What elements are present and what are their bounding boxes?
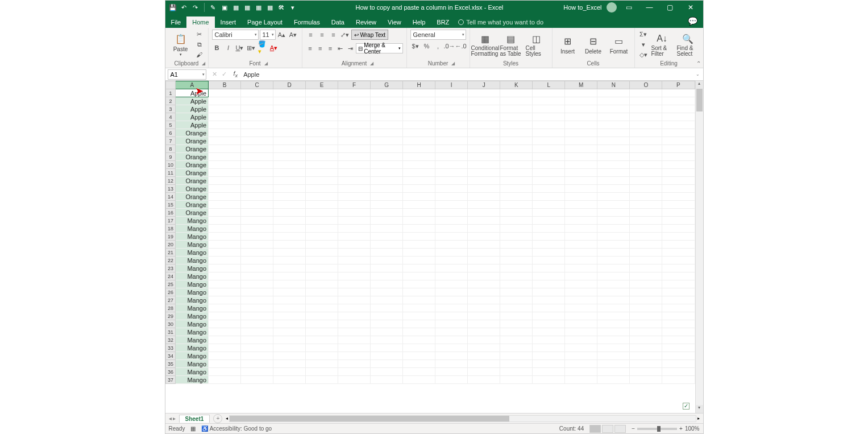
cell-E32[interactable] <box>306 336 338 344</box>
cell-O9[interactable] <box>630 153 662 161</box>
decrease-font-icon[interactable]: A▾ <box>288 30 298 39</box>
cell-L7[interactable] <box>533 137 565 145</box>
scroll-thumb[interactable] <box>696 89 703 111</box>
cell-O26[interactable] <box>630 288 662 296</box>
cell-K1[interactable] <box>500 89 533 97</box>
cell-K19[interactable] <box>500 233 533 241</box>
cell-F21[interactable] <box>338 249 371 257</box>
cell-K33[interactable] <box>500 344 533 352</box>
cell-C15[interactable] <box>241 201 273 209</box>
cell-J6[interactable] <box>468 129 500 137</box>
cell-I20[interactable] <box>435 241 468 249</box>
cell-P2[interactable] <box>662 97 695 105</box>
cell-K14[interactable] <box>500 193 533 201</box>
cell-J31[interactable] <box>468 328 500 336</box>
cell-M6[interactable] <box>565 129 597 137</box>
cell-N34[interactable] <box>597 352 630 360</box>
cell-H28[interactable] <box>403 304 435 312</box>
page-break-view-button[interactable] <box>614 425 626 433</box>
cell-B20[interactable] <box>209 241 241 249</box>
cell-H21[interactable] <box>403 249 435 257</box>
cell-P14[interactable] <box>662 193 695 201</box>
wrap-text-button[interactable]: ↩Wrap Text <box>351 30 389 40</box>
cell-I14[interactable] <box>435 193 468 201</box>
cell-F11[interactable] <box>338 169 371 177</box>
column-header-H[interactable]: H <box>403 81 435 89</box>
new-sheet-button[interactable]: + <box>213 414 222 423</box>
cell-P12[interactable] <box>662 177 695 185</box>
row-header-34[interactable]: 34 <box>165 352 176 360</box>
cell-I10[interactable] <box>435 161 468 169</box>
cell-H17[interactable] <box>403 217 435 225</box>
cell-H33[interactable] <box>403 344 435 352</box>
cell-G37[interactable] <box>371 376 403 384</box>
cell-G7[interactable] <box>371 137 403 145</box>
cell-A20[interactable]: Mango <box>176 241 209 249</box>
cell-F35[interactable] <box>338 360 371 368</box>
launcher-icon[interactable]: ◢ <box>264 61 268 66</box>
cell-P3[interactable] <box>662 105 695 113</box>
cell-D19[interactable] <box>273 233 306 241</box>
cell-N4[interactable] <box>597 113 630 121</box>
cell-G3[interactable] <box>371 105 403 113</box>
cell-L4[interactable] <box>533 113 565 121</box>
more-icon[interactable]: ▾ <box>289 3 297 11</box>
row-header-25[interactable]: 25 <box>165 280 176 288</box>
row-header-17[interactable]: 17 <box>165 217 176 225</box>
cell-D4[interactable] <box>273 113 306 121</box>
cell-H11[interactable] <box>403 169 435 177</box>
cell-F19[interactable] <box>338 233 371 241</box>
cell-D36[interactable] <box>273 368 306 376</box>
cell-A10[interactable]: Orange <box>176 161 209 169</box>
cell-E23[interactable] <box>306 264 338 272</box>
cell-M26[interactable] <box>565 288 597 296</box>
last-sheet-icon[interactable]: ▸ <box>173 415 176 421</box>
cell-I36[interactable] <box>435 368 468 376</box>
cell-D25[interactable] <box>273 280 306 288</box>
cell-E35[interactable] <box>306 360 338 368</box>
cell-M17[interactable] <box>565 217 597 225</box>
format-as-table-button[interactable]: ▤Format as Table <box>499 31 523 58</box>
row-header-21[interactable]: 21 <box>165 249 176 257</box>
cell-N17[interactable] <box>597 217 630 225</box>
formula-value[interactable]: Apple <box>241 71 261 78</box>
cell-P11[interactable] <box>662 169 695 177</box>
cell-C18[interactable] <box>241 225 273 233</box>
cell-D29[interactable] <box>273 312 306 320</box>
cell-A21[interactable]: Mango <box>176 249 209 257</box>
launcher-icon[interactable]: ◢ <box>370 61 373 66</box>
cell-B6[interactable] <box>209 129 241 137</box>
cell-A29[interactable]: Mango <box>176 312 209 320</box>
cell-M28[interactable] <box>565 304 597 312</box>
cell-J28[interactable] <box>468 304 500 312</box>
increase-indent-icon[interactable]: ⇥ <box>346 44 355 53</box>
cell-C29[interactable] <box>241 312 273 320</box>
column-header-G[interactable]: G <box>371 81 403 89</box>
sheet-tab[interactable]: Sheet1 <box>179 415 210 423</box>
cell-E14[interactable] <box>306 193 338 201</box>
cell-N22[interactable] <box>597 257 630 264</box>
cell-K8[interactable] <box>500 145 533 153</box>
tool-icon[interactable]: 🛠 <box>277 3 285 11</box>
cell-B32[interactable] <box>209 336 241 344</box>
cell-I9[interactable] <box>435 153 468 161</box>
cell-I7[interactable] <box>435 137 468 145</box>
cell-M20[interactable] <box>565 241 597 249</box>
cell-H36[interactable] <box>403 368 435 376</box>
cell-M9[interactable] <box>565 153 597 161</box>
cell-O5[interactable] <box>630 121 662 129</box>
find-select-button[interactable]: 🔍Find & Select <box>676 31 700 58</box>
cell-G16[interactable] <box>371 209 403 217</box>
cell-L2[interactable] <box>533 97 565 105</box>
cell-O24[interactable] <box>630 272 662 280</box>
cell-L35[interactable] <box>533 360 565 368</box>
zoom-in-button[interactable]: + <box>679 425 683 432</box>
cell-H14[interactable] <box>403 193 435 201</box>
cell-I13[interactable] <box>435 185 468 193</box>
cell-B25[interactable] <box>209 280 241 288</box>
cell-H5[interactable] <box>403 121 435 129</box>
cell-L30[interactable] <box>533 320 565 328</box>
row-header-26[interactable]: 26 <box>165 288 176 296</box>
cell-I24[interactable] <box>435 272 468 280</box>
cell-C28[interactable] <box>241 304 273 312</box>
